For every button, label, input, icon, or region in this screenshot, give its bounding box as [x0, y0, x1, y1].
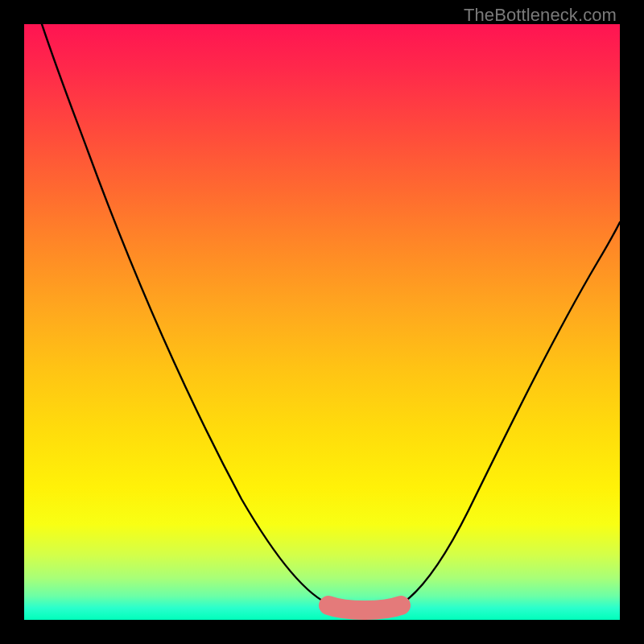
curve-layer	[24, 24, 620, 620]
watermark-text: TheBottleneck.com	[464, 5, 617, 26]
bottleneck-curve-left	[42, 24, 332, 605]
plot-area	[24, 24, 620, 620]
bottleneck-curve-right	[399, 222, 620, 605]
chart-frame: TheBottleneck.com	[0, 0, 644, 644]
optimal-band-marker	[328, 605, 401, 610]
